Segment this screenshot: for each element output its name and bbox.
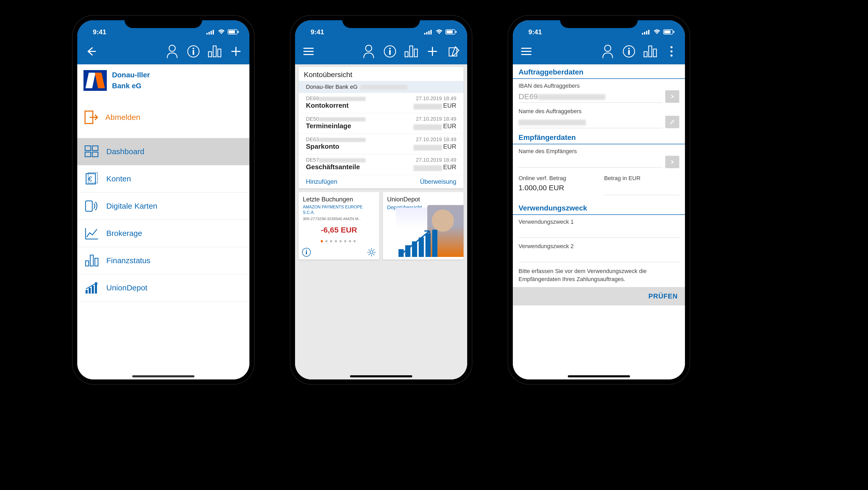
tile-reference: 305-2773238-3235540 AMZN M.. (303, 217, 375, 221)
menu-item-digitale-karten[interactable]: Digitale Karten (77, 193, 249, 220)
arrow-left-icon (85, 46, 96, 57)
svg-rect-33 (430, 30, 432, 34)
bars-icon (208, 45, 222, 58)
svg-rect-54 (664, 30, 671, 33)
more-button[interactable] (664, 44, 679, 59)
bank-name-line2: Bank eG (112, 81, 150, 91)
menu-item-finanzstatus[interactable]: Finanzstatus (77, 247, 249, 274)
info-button[interactable] (383, 44, 397, 59)
home-indicator[interactable] (132, 375, 194, 377)
wifi-icon (653, 29, 660, 34)
svg-rect-29 (95, 284, 97, 293)
svg-rect-17 (85, 152, 91, 157)
profile-button[interactable] (362, 44, 376, 59)
sender-name-input[interactable] (519, 116, 663, 128)
page-dots[interactable]: ●●●●●●●● (303, 238, 375, 244)
svg-rect-24 (90, 255, 93, 266)
check-button[interactable]: PRÜFEN (648, 292, 678, 300)
redacted-iban (319, 97, 366, 101)
account-row[interactable]: DE5727.10.2019 18:49 GeschäftsanteileEUR (299, 154, 464, 175)
account-row[interactable]: DE6327.10.2019 18:49 SparkontoEUR (299, 134, 464, 154)
home-indicator[interactable] (568, 375, 630, 377)
svg-rect-43 (414, 49, 417, 57)
recipient-picker-button[interactable] (665, 156, 679, 168)
home-indicator[interactable] (350, 375, 412, 377)
label-iban: IBAN des Auftraggebers (513, 79, 685, 90)
edit-name-button[interactable] (665, 116, 679, 128)
svg-rect-50 (644, 32, 645, 34)
svg-rect-11 (209, 52, 212, 57)
svg-rect-32 (428, 31, 430, 34)
hamburger-icon (521, 47, 532, 56)
info-button[interactable] (622, 44, 636, 59)
info-icon (383, 45, 396, 58)
status-indicators (206, 29, 239, 34)
menu-item-konten[interactable]: € Konten (77, 165, 249, 193)
stats-button[interactable] (404, 44, 418, 59)
svg-rect-52 (648, 30, 649, 34)
stats-button[interactable] (208, 44, 222, 59)
stats-button[interactable] (643, 44, 657, 59)
redacted-iban (319, 117, 366, 121)
menu-item-brokerage[interactable]: Brokerage (77, 220, 249, 247)
app-header (295, 38, 467, 64)
tile-subtitle: AMAZON PAYMENTS EUROPE S.C.A. (303, 204, 375, 215)
svg-rect-26 (86, 290, 88, 293)
logout-button[interactable]: Abmelden (77, 102, 249, 138)
menu-label: Konten (106, 174, 131, 183)
back-button[interactable] (84, 44, 98, 59)
amount-input[interactable] (604, 184, 679, 195)
bars-icon (643, 45, 657, 58)
iban-picker-button[interactable] (665, 90, 679, 103)
info-icon[interactable] (302, 248, 311, 257)
account-row[interactable]: DE5027.10.2019 18:49 TermineinlageEUR (299, 113, 464, 134)
chevron-right-icon (670, 94, 675, 99)
purpose1-input[interactable] (519, 226, 679, 238)
depot-illustration (396, 208, 464, 260)
svg-point-7 (169, 45, 175, 51)
status-time: 9:41 (93, 28, 106, 36)
profile-button[interactable] (600, 44, 615, 59)
svg-rect-22 (86, 201, 92, 211)
app-header (77, 38, 249, 64)
svg-point-56 (604, 45, 611, 51)
menu-item-uniondepot[interactable]: UnionDepot (77, 274, 249, 301)
transfer-link[interactable]: Überweisung (420, 178, 456, 185)
iban-input[interactable]: DE69 (519, 91, 663, 103)
logout-icon (84, 110, 99, 125)
menu-item-dashboard[interactable]: Dashboard (77, 138, 249, 165)
add-button[interactable] (425, 44, 440, 59)
add-account-link[interactable]: Hinzufügen (306, 178, 337, 185)
compose-button[interactable] (446, 44, 461, 59)
signal-icon (206, 29, 215, 34)
tile-last-transactions[interactable]: Letzte Buchungen AMAZON PAYMENTS EUROPE … (299, 192, 379, 260)
svg-rect-47 (306, 251, 307, 254)
purpose2-input[interactable] (519, 251, 679, 262)
add-button[interactable] (229, 44, 243, 59)
info-button[interactable] (186, 44, 201, 59)
finanzstatus-icon (85, 254, 99, 267)
tile-uniondepot[interactable]: UnionDepot Depotübersicht (383, 192, 464, 260)
status-time: 9:41 (528, 28, 542, 36)
hint-text: Bitte erfassen Sie vor dem Verwendungszw… (513, 264, 685, 287)
card-title: Kontoübersicht (299, 67, 464, 81)
label-amount: Betrag in EUR (604, 175, 679, 182)
info-icon (187, 45, 200, 58)
gear-icon[interactable] (367, 248, 376, 257)
redacted-iban (319, 138, 366, 142)
tile-title: Letzte Buchungen (303, 196, 375, 203)
svg-rect-1 (209, 32, 210, 34)
account-row[interactable]: DE6927.10.2019 18:49 KontokorrentEUR (299, 93, 464, 113)
menu-button[interactable] (519, 44, 533, 59)
compose-icon (447, 45, 460, 58)
svg-rect-2 (211, 31, 212, 34)
signal-icon (424, 29, 433, 34)
svg-rect-16 (92, 146, 98, 150)
label-sender-name: Name des Auftraggebers (513, 104, 685, 116)
menu-button[interactable] (301, 44, 316, 59)
redacted-iban (319, 158, 366, 163)
svg-rect-30 (424, 33, 426, 34)
recipient-input[interactable] (519, 156, 663, 168)
profile-button[interactable] (165, 44, 179, 59)
svg-rect-13 (218, 49, 221, 57)
